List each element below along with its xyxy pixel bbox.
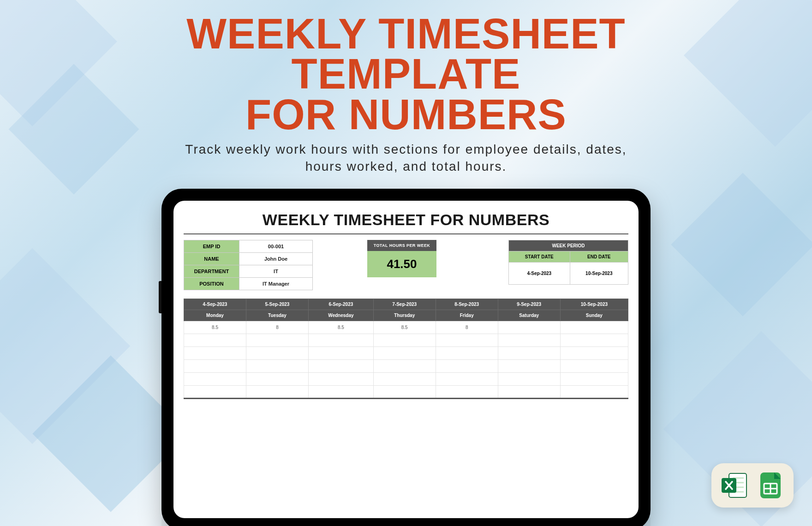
col-day-3: Thursday [373,310,436,321]
hero-title-line-2: TEMPLATE [0,54,812,94]
emp-id-value: 00-001 [239,240,313,252]
emp-name-value: John Doe [239,252,313,265]
hero-subtitle-line-2: hours worked, and total hours. [0,158,812,175]
grid-empty-row [184,347,628,359]
col-date-2: 6-Sep-2023 [309,299,374,310]
grid-empty-row [184,372,628,385]
hero-subtitle-line-1: Track weekly work hours with sections fo… [0,141,812,158]
col-day-1: Tuesday [246,310,309,321]
hero-title-line-1: WEEKLY TIMESHEET [0,14,812,54]
emp-pos-label: POSITION [184,277,239,290]
hero-header: WEEKLY TIMESHEET TEMPLATE FOR NUMBERS Tr… [0,0,812,175]
col-day-5: Saturday [498,310,560,321]
period-start-label: START DATE [509,251,570,262]
period-end-label: END DATE [570,251,628,262]
emp-name-label: NAME [184,252,239,265]
grid-day-row: Monday Tuesday Wednesday Thursday Friday… [184,310,628,321]
col-day-6: Sunday [560,310,628,321]
col-hours-2: 8.5 [309,321,374,334]
emp-dept-value: IT [239,265,313,277]
info-row: EMP ID 00-001 NAME John Doe DEPARTMENT I… [184,240,628,290]
col-hours-0: 8.5 [184,321,246,334]
google-sheets-icon [756,471,785,500]
hero-title-line-3: FOR NUMBERS [0,95,812,135]
col-hours-3: 8.5 [373,321,436,334]
emp-id-label: EMP ID [184,240,239,252]
hero-title: WEEKLY TIMESHEET TEMPLATE FOR NUMBERS [0,14,812,135]
col-date-4: 8-Sep-2023 [436,299,498,310]
week-period-table: WEEK PERIOD START DATE END DATE 4-Sep-20… [508,240,628,285]
tablet-screen: WEEKLY TIMESHEET FOR NUMBERS EMP ID 00-0… [173,201,639,518]
employee-info-table: EMP ID 00-001 NAME John Doe DEPARTMENT I… [184,240,313,290]
col-hours-1: 8 [246,321,309,334]
grid-empty-row [184,334,628,347]
col-date-5: 9-Sep-2023 [498,299,560,310]
total-hours-value: 41.50 [367,251,436,277]
grid-date-row: 4-Sep-2023 5-Sep-2023 6-Sep-2023 7-Sep-2… [184,299,628,310]
col-date-1: 5-Sep-2023 [246,299,309,310]
sheet-title: WEEKLY TIMESHEET FOR NUMBERS [184,208,628,234]
grid-hours-row: 8.5 8 8.5 8.5 8 [184,321,628,334]
col-day-0: Monday [184,310,246,321]
hero-subtitle: Track weekly work hours with sections fo… [0,141,812,175]
emp-dept-label: DEPARTMENT [184,265,239,277]
file-format-badge [711,463,794,508]
col-hours-5 [498,321,560,334]
col-date-0: 4-Sep-2023 [184,299,246,310]
col-day-2: Wednesday [309,310,374,321]
col-day-4: Friday [436,310,498,321]
emp-pos-value: IT Manager [239,277,313,290]
grid-empty-row [184,359,628,372]
col-hours-4: 8 [436,321,498,334]
col-date-3: 7-Sep-2023 [373,299,436,310]
tablet-frame: WEEKLY TIMESHEET FOR NUMBERS EMP ID 00-0… [161,189,651,526]
period-end-value: 10-Sep-2023 [570,262,628,284]
period-header: WEEK PERIOD [509,240,628,251]
period-start-value: 4-Sep-2023 [509,262,570,284]
timesheet-grid: 4-Sep-2023 5-Sep-2023 6-Sep-2023 7-Sep-2… [184,299,628,399]
total-hours-label: TOTAL HOURS PER WEEK [367,240,436,251]
col-date-6: 10-Sep-2023 [560,299,628,310]
total-hours-box: TOTAL HOURS PER WEEK 41.50 [367,240,436,277]
excel-icon [720,471,749,500]
grid-empty-row [184,385,628,398]
col-hours-6 [560,321,628,334]
